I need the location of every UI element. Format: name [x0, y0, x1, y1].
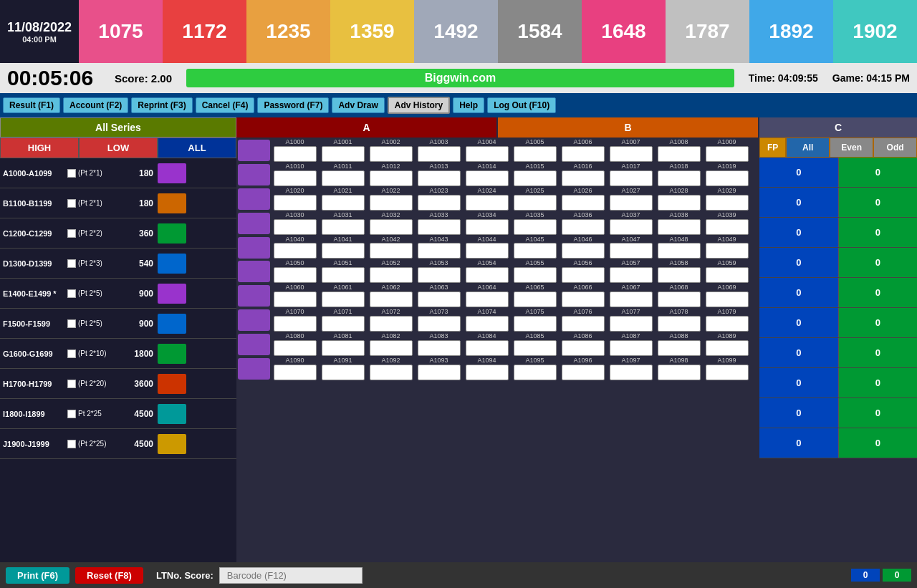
ticket-input-A1024[interactable]	[466, 195, 509, 211]
ticket-input-A1048[interactable]	[658, 243, 701, 259]
ticket-input-A1005[interactable]	[514, 146, 557, 162]
password-button[interactable]: Password (F7)	[257, 97, 329, 113]
series-row-8[interactable]: I1800-I1899 Pt 2*25 4500	[0, 399, 236, 429]
row-selector[interactable]	[238, 358, 270, 380]
series-checkbox[interactable]	[67, 169, 76, 178]
ticket-input-A1095[interactable]	[514, 365, 557, 380]
ticket-input-A1022[interactable]	[370, 195, 413, 211]
ticket-input-A1088[interactable]	[658, 340, 701, 356]
ticket-input-A1075[interactable]	[514, 316, 557, 332]
series-checkbox[interactable]	[67, 259, 76, 268]
ticket-input-A1015[interactable]	[514, 170, 557, 186]
ticket-input-A1064[interactable]	[466, 291, 509, 307]
ticket-input-A1043[interactable]	[418, 243, 461, 259]
ticket-input-A1050[interactable]	[274, 267, 317, 283]
help-button[interactable]: Help	[453, 97, 484, 113]
adv-history-button[interactable]: Adv History	[388, 97, 450, 114]
series-row-1[interactable]: B1100-B1199 (Pt 2*1) 180	[0, 188, 236, 218]
ticket-input-A1073[interactable]	[418, 316, 461, 332]
ticket-input-A1057[interactable]	[610, 267, 653, 283]
ticket-input-A1086[interactable]	[562, 340, 605, 356]
row-selector[interactable]	[238, 164, 270, 185]
ticket-input-A1055[interactable]	[514, 267, 557, 283]
ticket-input-A1041[interactable]	[322, 243, 365, 259]
ticket-input-A1031[interactable]	[322, 219, 365, 235]
ticket-input-A1093[interactable]	[418, 365, 461, 380]
ticket-input-A1028[interactable]	[658, 195, 701, 211]
ticket-input-A1067[interactable]	[610, 291, 653, 307]
series-checkbox[interactable]	[67, 199, 76, 208]
ticket-input-A1038[interactable]	[658, 219, 701, 235]
series-checkbox[interactable]	[67, 440, 76, 448]
ticket-input-A1044[interactable]	[466, 243, 509, 259]
all-button[interactable]: ALL	[158, 138, 236, 158]
ticket-input-A1063[interactable]	[418, 291, 461, 307]
ticket-input-A1071[interactable]	[322, 316, 365, 332]
even-filter-button[interactable]: Even	[830, 138, 873, 158]
ticket-input-A1068[interactable]	[658, 291, 701, 307]
ticket-input-A1040[interactable]	[274, 243, 317, 259]
ticket-input-A1002[interactable]	[370, 146, 413, 162]
series-checkbox[interactable]	[67, 410, 76, 418]
ticket-input-A1033[interactable]	[418, 219, 461, 235]
ticket-input-A1077[interactable]	[610, 316, 653, 332]
ticket-input-A1030[interactable]	[274, 219, 317, 235]
ticket-input-A1018[interactable]	[658, 170, 701, 186]
series-row-9[interactable]: J1900-J1999 (Pt 2*25) 4500	[0, 429, 236, 459]
ticket-input-A1021[interactable]	[322, 195, 365, 211]
ticket-input-A1059[interactable]	[706, 267, 749, 283]
series-checkbox[interactable]	[67, 350, 76, 358]
ticket-input-A1017[interactable]	[610, 170, 653, 186]
ticket-input-A1027[interactable]	[610, 195, 653, 211]
ticket-input-A1009[interactable]	[706, 146, 749, 162]
ticket-input-A1080[interactable]	[274, 340, 317, 356]
ticket-input-A1046[interactable]	[562, 243, 605, 259]
ticket-input-A1090[interactable]	[274, 365, 317, 380]
ticket-input-A1034[interactable]	[466, 219, 509, 235]
ticket-input-A1023[interactable]	[418, 195, 461, 211]
series-row-7[interactable]: H1700-H1799 (Pt 2*20) 3600	[0, 369, 236, 399]
ticket-input-A1036[interactable]	[562, 219, 605, 235]
ticket-input-A1029[interactable]	[706, 195, 749, 211]
ticket-input-A1049[interactable]	[706, 243, 749, 259]
ticket-input-A1079[interactable]	[706, 316, 749, 332]
ticket-input-A1011[interactable]	[322, 170, 365, 186]
ticket-input-A1000[interactable]	[274, 146, 317, 162]
ticket-input-A1047[interactable]	[610, 243, 653, 259]
ticket-input-A1072[interactable]	[370, 316, 413, 332]
ticket-input-A1092[interactable]	[370, 365, 413, 380]
row-selector[interactable]	[238, 261, 270, 282]
row-selector[interactable]	[238, 213, 270, 234]
ticket-input-A1016[interactable]	[562, 170, 605, 186]
ticket-input-A1056[interactable]	[562, 267, 605, 283]
ticket-input-A1060[interactable]	[274, 291, 317, 307]
row-selector[interactable]	[238, 309, 270, 331]
ticket-input-A1053[interactable]	[418, 267, 461, 283]
ticket-input-A1032[interactable]	[370, 219, 413, 235]
ticket-input-A1066[interactable]	[562, 291, 605, 307]
logout-button[interactable]: Log Out (F10)	[487, 97, 556, 113]
ticket-input-A1051[interactable]	[322, 267, 365, 283]
ticket-input-A1025[interactable]	[514, 195, 557, 211]
ticket-input-A1078[interactable]	[658, 316, 701, 332]
row-selector[interactable]	[238, 140, 270, 161]
ticket-input-A1069[interactable]	[706, 291, 749, 307]
series-checkbox[interactable]	[67, 380, 76, 388]
ticket-input-A1014[interactable]	[466, 170, 509, 186]
ticket-input-A1019[interactable]	[706, 170, 749, 186]
ticket-input-A1026[interactable]	[562, 195, 605, 211]
result-button[interactable]: Result (F1)	[3, 97, 60, 113]
ticket-input-A1065[interactable]	[514, 291, 557, 307]
all-filter-button[interactable]: All	[786, 138, 830, 158]
adv-draw-button[interactable]: Adv Draw	[332, 97, 384, 113]
ticket-input-A1094[interactable]	[466, 365, 509, 380]
ticket-input-A1081[interactable]	[322, 340, 365, 356]
ticket-input-A1091[interactable]	[322, 365, 365, 380]
ticket-input-A1070[interactable]	[274, 316, 317, 332]
ticket-input-A1037[interactable]	[610, 219, 653, 235]
ticket-input-A1042[interactable]	[370, 243, 413, 259]
series-row-4[interactable]: E1400-E1499 * (Pt 2*5) 900	[0, 279, 236, 309]
ticket-input-A1013[interactable]	[418, 170, 461, 186]
odd-filter-button[interactable]: Odd	[873, 138, 917, 158]
ticket-input-A1074[interactable]	[466, 316, 509, 332]
